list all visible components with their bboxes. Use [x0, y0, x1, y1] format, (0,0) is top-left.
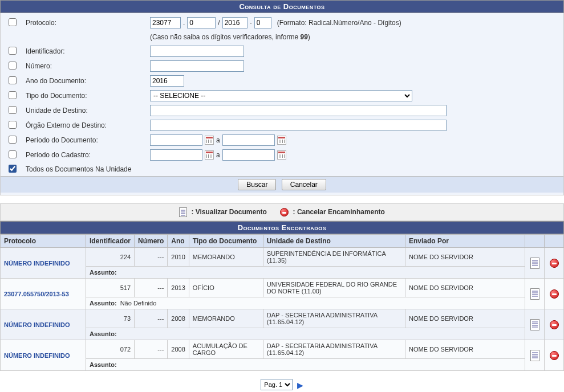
col-tipo: Tipo do Documento	[189, 235, 263, 248]
input-numero[interactable]	[150, 60, 244, 72]
cell-unidade: DAP - SECRETARIA ADMINISTRATIVA (11.65.0…	[263, 340, 405, 359]
chk-orgao-externo[interactable]	[9, 121, 17, 129]
cell-identificador: 224	[86, 248, 135, 267]
cell-identificador: 517	[86, 279, 135, 297]
chk-periodo-cad[interactable]	[9, 150, 17, 158]
cell-ano: 2008	[168, 340, 189, 359]
cell-numero: ---	[135, 309, 168, 328]
input-unidade-destino[interactable]	[150, 105, 447, 116]
legend-cancel: : Cancelar Encaminhamento	[293, 208, 385, 216]
cell-enviado: NOME DO SERVIDOR	[405, 309, 525, 328]
input-protocolo-radical[interactable]	[150, 17, 181, 28]
cell-ano: 2013	[168, 279, 189, 297]
table-row: NÚMERO INDEFINIDO73---2008MEMORANDODAP -…	[1, 309, 564, 328]
chk-tipo-doc[interactable]	[9, 91, 17, 99]
protocolo-link[interactable]: 23077.055750/2013-53	[4, 291, 69, 297]
cancel-forward-icon[interactable]	[550, 289, 559, 299]
cell-unidade: DAP - SECRETARIA ADMINISTRATIVA (11.65.0…	[263, 309, 405, 328]
label-identificador: Identificador:	[20, 47, 150, 55]
cell-identificador: 072	[86, 340, 135, 359]
cell-enviado: NOME DO SERVIDOR	[405, 279, 525, 297]
label-unidade-destino: Unidade de Destino:	[20, 107, 150, 115]
label-ano-doc: Ano do Documento:	[20, 77, 150, 85]
calendar-icon[interactable]	[205, 136, 214, 145]
chk-identificador[interactable]	[9, 47, 17, 55]
input-protocolo-digitos[interactable]	[254, 17, 271, 28]
col-ano: Ano	[168, 235, 189, 248]
cell-enviado: NOME DO SERVIDOR	[405, 248, 525, 267]
col-action-cancel	[545, 235, 564, 248]
input-periodo-doc-start[interactable]	[150, 134, 202, 146]
view-document-icon[interactable]	[530, 258, 539, 269]
view-document-icon[interactable]	[530, 288, 539, 300]
input-orgao-externo[interactable]	[150, 120, 447, 131]
input-identificador[interactable]	[150, 46, 244, 57]
input-ano-doc[interactable]	[150, 75, 184, 87]
page-select[interactable]: Pag. 1	[261, 379, 293, 390]
label-todos-docs: Todos os Documentos Na Unidade	[20, 165, 131, 173]
cancel-forward-icon[interactable]	[550, 259, 559, 268]
cell-ano: 2010	[168, 248, 189, 267]
view-document-icon[interactable]	[530, 350, 539, 361]
cancel-forward-icon[interactable]	[550, 351, 559, 360]
chk-numero[interactable]	[9, 62, 17, 70]
cell-numero: ---	[135, 279, 168, 297]
table-row: NÚMERO INDEFINIDO072---2008ACUMULAÇÃO DE…	[1, 340, 564, 359]
chk-ano-doc[interactable]	[9, 76, 17, 84]
label-numero: Número:	[20, 62, 150, 70]
col-identificador: Identificador	[86, 235, 135, 248]
input-protocolo-ano[interactable]	[222, 17, 247, 28]
chk-todos-docs[interactable]	[9, 165, 17, 173]
col-action-view	[525, 235, 545, 248]
calendar-icon[interactable]	[277, 136, 286, 145]
cancel-forward-icon[interactable]	[550, 320, 559, 329]
protocolo-link[interactable]: NÚMERO INDEFINIDO	[4, 260, 70, 267]
pager: Pag. 1 ▶	[0, 379, 564, 390]
cancelar-button[interactable]: Cancelar	[282, 179, 326, 190]
cell-enviado: NOME DO SERVIDOR	[405, 340, 525, 359]
label-periodo-doc: Período do Documento:	[20, 136, 150, 144]
protocolo-link[interactable]: NÚMERO INDEFINIDO	[4, 352, 70, 359]
label-protocolo: Protocolo:	[20, 19, 150, 27]
col-numero: Número	[135, 235, 168, 248]
assunto-label: Assunto:	[90, 269, 117, 276]
chk-unidade-destino[interactable]	[9, 106, 17, 114]
protocolo-hint2: (Caso não saiba os dígitos verificadores…	[150, 33, 310, 41]
cell-identificador: 73	[86, 309, 135, 328]
table-row: 23077.055750/2013-53517---2013OFÍCIOUNIV…	[1, 279, 564, 297]
results-title: Documentos Encontrados	[0, 221, 564, 234]
chk-periodo-doc[interactable]	[9, 136, 17, 144]
periodo-cad-sep: a	[216, 151, 220, 159]
col-enviado: Enviado Por	[405, 235, 525, 248]
input-periodo-cad-start[interactable]	[150, 149, 202, 161]
search-form: Protocolo: . / - (Formato: Radical.Númer…	[0, 13, 564, 195]
cell-ano: 2008	[168, 309, 189, 328]
input-protocolo-numero[interactable]	[187, 17, 216, 28]
cell-numero: ---	[135, 340, 168, 359]
periodo-doc-sep: a	[216, 136, 220, 144]
cell-tipo: MEMORANDO	[189, 309, 263, 328]
protocolo-format-hint: (Formato: Radical.Número/Ano - Dígitos)	[277, 19, 401, 27]
chk-protocolo[interactable]	[9, 18, 17, 26]
label-tipo-doc: Tipo do Documento:	[20, 92, 150, 100]
legend-bar: : Visualizar Documento : Cancelar Encami…	[0, 203, 564, 221]
cancel-icon	[280, 208, 289, 217]
results-table: Protocolo Identificador Número Ano Tipo …	[0, 234, 564, 371]
label-periodo-cad: Período do Cadastro:	[20, 151, 150, 159]
input-periodo-cad-end[interactable]	[222, 149, 275, 161]
calendar-icon[interactable]	[205, 150, 214, 160]
protocolo-link[interactable]: NÚMERO INDEFINIDO	[4, 321, 70, 328]
input-periodo-doc-end[interactable]	[222, 134, 275, 146]
select-tipo-doc[interactable]: -- SELECIONE --	[150, 90, 412, 101]
col-protocolo: Protocolo	[1, 235, 86, 248]
cell-numero: ---	[135, 248, 168, 267]
cell-tipo: OFÍCIO	[189, 279, 263, 297]
legend-view: : Visualizar Documento	[191, 208, 266, 216]
buscar-button[interactable]: Buscar	[238, 179, 276, 190]
view-document-icon[interactable]	[530, 319, 539, 330]
col-unidade: Unidade de Destino	[263, 235, 405, 248]
cell-unidade: SUPERINTENDÊNCIA DE INFORMÁTICA (11.35)	[263, 248, 405, 267]
next-page-icon[interactable]: ▶	[297, 381, 303, 390]
assunto-label: Assunto:	[90, 300, 117, 307]
calendar-icon[interactable]	[277, 150, 286, 160]
